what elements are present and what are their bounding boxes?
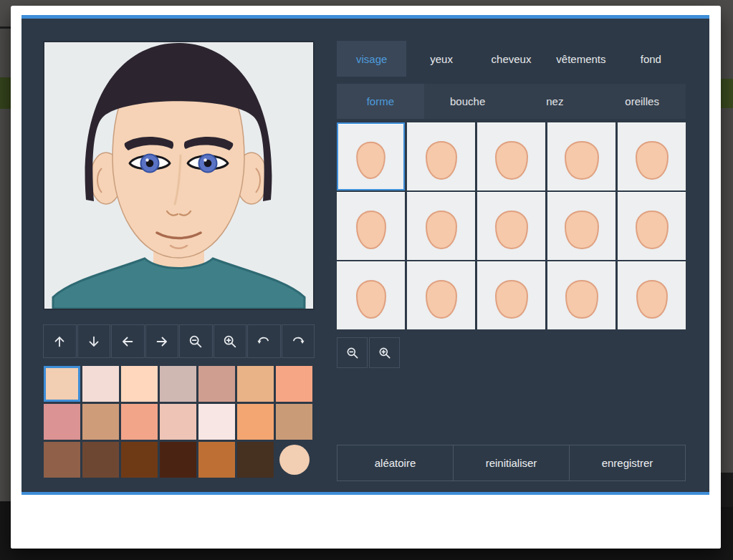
grid-zoom-in-button[interactable] bbox=[369, 337, 400, 368]
face-shape-icon bbox=[337, 196, 405, 256]
tab-cheveux[interactable]: cheveux bbox=[476, 41, 546, 77]
background-green-strip-right bbox=[720, 79, 733, 108]
background-dark-section-right bbox=[721, 473, 733, 507]
skin-swatch-r2-c2[interactable] bbox=[121, 442, 158, 478]
tab-visage[interactable]: visage bbox=[337, 41, 406, 77]
face-shape-icon bbox=[548, 266, 615, 326]
zoom-out-icon bbox=[345, 346, 360, 360]
face-shape-icon bbox=[408, 196, 475, 256]
skin-swatch-r0-c6[interactable] bbox=[276, 366, 312, 402]
arrow-left-button[interactable] bbox=[111, 324, 145, 358]
face-shape-option-7[interactable] bbox=[407, 192, 475, 260]
skin-swatch-r2-c4[interactable] bbox=[198, 442, 235, 478]
skin-swatch-r0-c5[interactable] bbox=[237, 366, 274, 402]
zoom-out-icon bbox=[188, 334, 203, 349]
face-shape-icon bbox=[478, 127, 545, 187]
skin-swatch-r0-c2[interactable] bbox=[121, 366, 158, 402]
skin-swatch-r1-c6[interactable] bbox=[276, 404, 312, 440]
arrow-right-icon bbox=[154, 334, 170, 349]
tab-yeux[interactable]: yeux bbox=[406, 41, 476, 77]
face-shape-option-15[interactable] bbox=[618, 261, 686, 329]
face-shape-option-14[interactable] bbox=[547, 261, 615, 329]
arrow-down-icon bbox=[86, 334, 102, 349]
category-tabs: visageyeuxcheveuxvêtementsfond bbox=[337, 41, 686, 77]
grid-zoom-out-button[interactable] bbox=[337, 337, 368, 368]
face-shape-icon bbox=[338, 127, 403, 187]
dialog-body: visageyeuxcheveuxvêtementsfond formebouc… bbox=[21, 15, 709, 495]
skin-swatch-r1-c5[interactable] bbox=[237, 404, 274, 440]
arrow-right-button[interactable] bbox=[145, 324, 179, 358]
skin-swatch-r0-c1[interactable] bbox=[82, 366, 119, 402]
subtab-oreilles[interactable]: oreilles bbox=[598, 84, 686, 119]
zoom-in-button[interactable] bbox=[214, 324, 247, 358]
reinitialiser-button[interactable]: reinitialiser bbox=[453, 445, 570, 481]
skin-swatch-r0-c4[interactable] bbox=[198, 366, 235, 402]
undo-icon bbox=[256, 334, 272, 349]
aleatoire-button[interactable]: aléatoire bbox=[337, 445, 454, 481]
skin-swatch-r1-c1[interactable] bbox=[82, 404, 119, 440]
face-shape-option-8[interactable] bbox=[477, 192, 545, 260]
zoom-in-icon bbox=[222, 334, 238, 349]
face-shape-option-3[interactable] bbox=[477, 122, 545, 190]
subtab-bouche[interactable]: bouche bbox=[424, 84, 512, 119]
skin-swatch-r1-c0[interactable] bbox=[44, 404, 80, 440]
face-shape-option-12[interactable] bbox=[407, 261, 475, 329]
arrow-down-button[interactable] bbox=[77, 324, 111, 358]
face-shape-icon bbox=[548, 127, 615, 187]
preview-toolbar bbox=[43, 324, 315, 358]
avatar-editor-dialog: visageyeuxcheveuxvêtementsfond formebouc… bbox=[11, 6, 721, 549]
face-shape-icon bbox=[548, 196, 615, 256]
skin-swatch-r2-c1[interactable] bbox=[82, 442, 119, 478]
skin-color-palette bbox=[44, 366, 312, 478]
face-shape-icon bbox=[618, 127, 686, 187]
face-shape-icon bbox=[408, 127, 475, 187]
skin-swatch-r0-c0[interactable] bbox=[44, 366, 80, 402]
face-shape-option-2[interactable] bbox=[407, 122, 475, 190]
face-shape-icon bbox=[618, 266, 686, 326]
face-shape-option-9[interactable] bbox=[547, 192, 615, 260]
face-shape-icon bbox=[478, 266, 545, 326]
arrow-left-icon bbox=[120, 334, 135, 349]
current-skin-color-cell bbox=[276, 442, 312, 478]
skin-swatch-r1-c2[interactable] bbox=[121, 404, 158, 440]
redo-icon bbox=[290, 334, 306, 349]
action-buttons: aléatoirereinitialiserenregistrer bbox=[337, 445, 686, 481]
current-skin-color bbox=[279, 445, 310, 475]
face-shape-option-11[interactable] bbox=[337, 261, 405, 329]
feature-subtabs: formebouchenezoreilles bbox=[337, 84, 686, 119]
subtab-nez[interactable]: nez bbox=[512, 84, 599, 119]
options-panel: visageyeuxcheveuxvêtementsfond formebouc… bbox=[337, 41, 686, 492]
avatar-image bbox=[44, 42, 313, 309]
avatar-preview bbox=[43, 41, 315, 310]
face-shape-icon bbox=[618, 196, 686, 256]
dialog-footer bbox=[11, 495, 721, 549]
face-shape-icon bbox=[337, 266, 405, 326]
tab-vetements[interactable]: vêtements bbox=[546, 41, 615, 77]
face-shape-grid bbox=[337, 122, 686, 329]
arrow-up-button[interactable] bbox=[43, 324, 77, 358]
face-shape-option-1[interactable] bbox=[337, 122, 405, 190]
zoom-out-button[interactable] bbox=[179, 324, 213, 358]
skin-swatch-r1-c4[interactable] bbox=[198, 404, 235, 440]
zoom-in-icon bbox=[378, 346, 392, 360]
face-shape-icon bbox=[478, 196, 545, 256]
skin-swatch-r2-c0[interactable] bbox=[44, 442, 80, 478]
grid-zoom-controls bbox=[337, 337, 686, 368]
skin-swatch-r0-c3[interactable] bbox=[160, 366, 196, 402]
skin-swatch-r1-c3[interactable] bbox=[160, 404, 196, 440]
skin-swatch-r2-c5[interactable] bbox=[237, 442, 274, 478]
face-shape-option-10[interactable] bbox=[618, 192, 686, 260]
redo-button[interactable] bbox=[282, 324, 315, 358]
undo-button[interactable] bbox=[247, 324, 281, 358]
face-shape-option-13[interactable] bbox=[477, 261, 545, 329]
arrow-up-icon bbox=[52, 334, 67, 349]
subtab-forme[interactable]: forme bbox=[337, 84, 424, 119]
enregistrer-button[interactable]: enregistrer bbox=[569, 445, 686, 481]
face-shape-option-4[interactable] bbox=[547, 122, 615, 190]
tab-fond[interactable]: fond bbox=[616, 41, 686, 77]
face-shape-option-5[interactable] bbox=[618, 122, 686, 190]
face-shape-option-6[interactable] bbox=[337, 192, 405, 260]
face-shape-icon bbox=[408, 266, 475, 326]
skin-swatch-r2-c3[interactable] bbox=[160, 442, 196, 478]
